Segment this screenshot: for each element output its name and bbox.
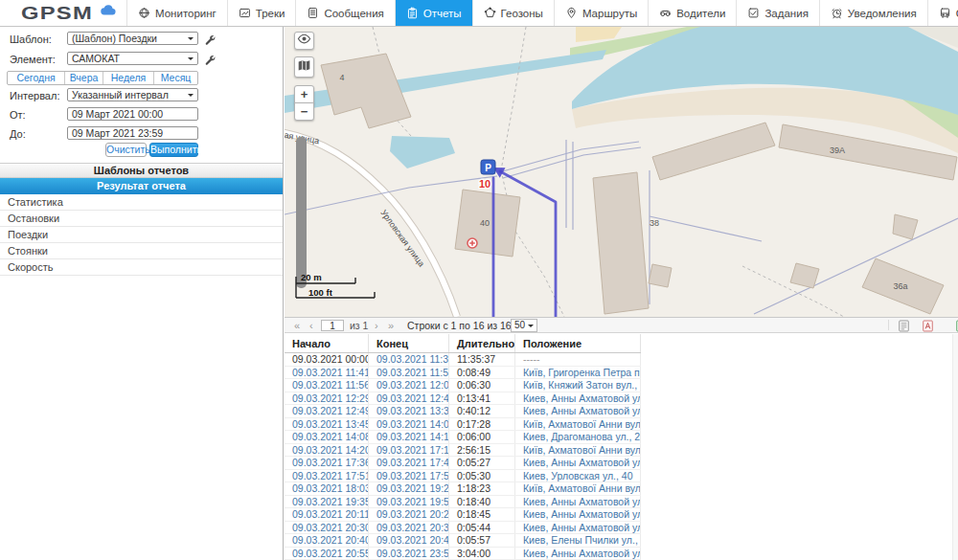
cell-location[interactable]: Киев, Анны Ахматовой ул.	[515, 457, 641, 469]
cell-location[interactable]: Киев, Анны Ахматовой ул., 14а	[515, 392, 641, 405]
cell-start[interactable]: 09.03.2021 20:30:56	[285, 522, 369, 534]
column-header-duration[interactable]: Длительность	[449, 334, 515, 352]
cell-end[interactable]: 09.03.2021 11:35:41	[369, 353, 449, 366]
cell-location[interactable]: Київ, Ахматової Анни вул., 14а	[515, 418, 641, 431]
report-part-item[interactable]: Стоянки	[0, 243, 283, 259]
cell-start[interactable]: 09.03.2021 11:41:11	[285, 367, 369, 379]
layers-button[interactable]	[294, 56, 314, 78]
column-header-location[interactable]: Положение	[515, 334, 641, 352]
visibility-button[interactable]	[294, 32, 314, 50]
run-button[interactable]: Выполнить	[149, 143, 198, 157]
interval-select[interactable]: Указанный интервал	[67, 88, 198, 101]
cell-end[interactable]: 09.03.2021 20:36:40	[369, 522, 449, 534]
last-page-button[interactable]: »	[388, 320, 394, 331]
cell-end[interactable]: 09.03.2021 20:29:55	[369, 508, 449, 521]
cell-location[interactable]: Киев, Анны Ахматовой ул.	[515, 548, 641, 560]
cell-end[interactable]: 09.03.2021 14:14:55	[369, 431, 449, 443]
cell-location[interactable]: Киев, Анны Ахматовой ул., 14а	[515, 496, 641, 508]
cell-end[interactable]: 09.03.2021 17:16:21	[369, 444, 449, 457]
tab-drivers[interactable]: Водители	[648, 0, 736, 26]
tab-monitoring[interactable]: Мониторинг	[126, 0, 227, 26]
cell-start[interactable]: 09.03.2021 20:55:50	[285, 548, 369, 560]
cell-end[interactable]: 09.03.2021 13:30:07	[369, 405, 449, 417]
cell-start[interactable]: 09.03.2021 14:08:55	[285, 431, 369, 443]
tab-geofences[interactable]: Геозоны	[472, 0, 554, 26]
cell-end[interactable]: 09.03.2021 14:03:19	[369, 418, 449, 431]
cell-location[interactable]: Киев, Урловская ул., 40	[515, 470, 641, 482]
cell-location[interactable]: Киев, Драгоманова ул., 26, 599	[515, 431, 641, 443]
cell-start[interactable]: 09.03.2021 20:11:10	[285, 508, 369, 521]
report-part-item[interactable]: Поездки	[0, 227, 283, 243]
column-header-end[interactable]: Конец	[369, 334, 449, 352]
cell-start[interactable]: 09.03.2021 12:49:55	[285, 405, 369, 417]
cell-end[interactable]: 09.03.2021 12:43:25	[369, 392, 449, 405]
zoom-in-button[interactable]: +	[294, 85, 314, 103]
cell-start[interactable]: 09.03.2021 11:56:43	[285, 379, 369, 392]
page-size-select[interactable]: 50	[511, 319, 537, 332]
column-header-start[interactable]: Начало	[285, 334, 369, 352]
cell-location[interactable]: Киев, Анны Ахматовой ул., 16г	[515, 522, 641, 534]
report-templates-header[interactable]: Шаблоны отчетов	[0, 163, 283, 178]
report-part-item[interactable]: Остановки	[0, 211, 283, 227]
from-date-input[interactable]: 09 Март 2021 00:00	[67, 107, 198, 121]
cell-start[interactable]: 09.03.2021 17:51:36	[285, 470, 369, 482]
next-page-button[interactable]: ›	[375, 320, 378, 331]
tab-messages[interactable]: Сообщения	[295, 0, 394, 26]
cell-start[interactable]: 09.03.2021 20:40:49	[285, 534, 369, 547]
table-scrollbar[interactable]	[952, 334, 958, 560]
tab-tracks[interactable]: Треки	[227, 0, 296, 26]
cell-location[interactable]: Киев, Елены Пчилки ул., 8	[515, 534, 641, 547]
cell-start[interactable]: 09.03.2021 13:45:51	[285, 418, 369, 431]
cell-location[interactable]: Киев, Анны Ахматовой ул., 14а	[515, 405, 641, 417]
cell-location[interactable]: Київ, Григоренка Петра пр., 20а	[515, 367, 641, 379]
cell-end[interactable]: 09.03.2021 19:22:22	[369, 482, 449, 495]
cell-end[interactable]: 09.03.2021 17:57:06	[369, 470, 449, 482]
tab-routes[interactable]: Маршруты	[554, 0, 648, 26]
cell-end[interactable]: 09.03.2021 23:59:50	[369, 548, 449, 560]
table-row: 09.03.2021 20:30:5609.03.2021 20:36:400:…	[285, 522, 641, 535]
first-page-button[interactable]: «	[294, 320, 300, 331]
template-wrench-icon[interactable]	[204, 33, 217, 45]
report-part-item[interactable]: Статистика	[0, 194, 283, 211]
to-date-input[interactable]: 09 Март 2021 23:59	[67, 126, 198, 140]
cell-end[interactable]: 09.03.2021 11:50:00	[369, 367, 449, 379]
cell-location[interactable]: Киев, Анны Ахматовой ул.	[515, 508, 641, 521]
report-result-header[interactable]: Результат отчета	[0, 178, 283, 194]
tab-reports[interactable]: Отчеты	[395, 0, 472, 26]
tab-tasks[interactable]: Задания	[736, 0, 818, 26]
month-button[interactable]: Месяц	[154, 72, 197, 84]
cell-start[interactable]: 09.03.2021 14:20:06	[285, 444, 369, 457]
cell-location[interactable]: Київ, Ахматової Анни вул.	[515, 482, 641, 495]
cell-end[interactable]: 09.03.2021 12:03:13	[369, 379, 449, 392]
today-button[interactable]: Сегодня	[8, 72, 65, 84]
cell-end[interactable]: 09.03.2021 17:42:21	[369, 457, 449, 469]
element-wrench-icon[interactable]	[204, 53, 217, 65]
map-canvas[interactable]: 4 40 38 39А 36а Урловская улица Урловска…	[285, 27, 958, 317]
app-logo[interactable]: GPSM	[0, 0, 126, 26]
cell-start[interactable]: 09.03.2021 12:29:44	[285, 392, 369, 405]
zoom-out-button[interactable]: −	[294, 102, 314, 121]
element-select[interactable]: САМОКАТ	[67, 52, 198, 65]
cell-location[interactable]: Київ, Ахматової Анни вул.	[515, 444, 641, 457]
report-part-item[interactable]: Скорость	[0, 259, 283, 276]
page-number-input[interactable]: 1	[321, 320, 344, 331]
interval-value: Указанный интервал	[72, 89, 169, 101]
yesterday-button[interactable]: Вчера	[65, 72, 103, 84]
table-row: 09.03.2021 13:45:5109.03.2021 14:03:190:…	[285, 418, 641, 432]
template-select[interactable]: (Шаблон) Поездки	[67, 32, 198, 45]
cell-end[interactable]: 09.03.2021 19:54:02	[369, 496, 449, 508]
tab-objects[interactable]: Объекты	[927, 0, 958, 26]
prev-page-button[interactable]: ‹	[309, 320, 313, 331]
cell-location[interactable]: Київ, Княжий Затон вул., 16в	[515, 379, 641, 392]
tab-notifications[interactable]: Уведомления	[819, 0, 927, 26]
parking-marker[interactable]: P	[481, 160, 495, 174]
export-pdf-button[interactable]	[922, 320, 934, 333]
week-button[interactable]: Неделя	[103, 72, 154, 84]
export-report-button[interactable]	[898, 320, 910, 333]
cell-start[interactable]: 09.03.2021 19:35:22	[285, 496, 369, 508]
clear-button[interactable]: Очистить	[105, 143, 147, 157]
cell-end[interactable]: 09.03.2021 20:46:46	[369, 534, 449, 547]
cell-start[interactable]: 09.03.2021 18:03:59	[285, 482, 369, 495]
tab-label: Треки	[256, 8, 285, 19]
cell-start[interactable]: 09.03.2021 17:36:54	[285, 457, 369, 469]
